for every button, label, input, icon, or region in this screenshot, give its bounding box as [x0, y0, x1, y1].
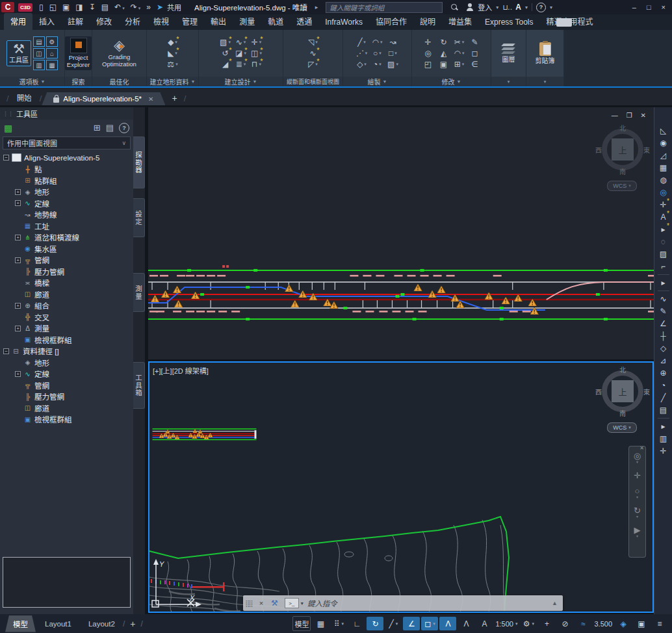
sign-in-label[interactable]: 登入: [478, 2, 492, 12]
draw-tool-icon[interactable]: ⋰: [356, 49, 368, 58]
tree-item[interactable]: ▦ 工址: [0, 220, 133, 232]
tree-expand-box[interactable]: [15, 291, 21, 297]
draw-tool-icon[interactable]: ◠: [372, 38, 383, 47]
new-file-icon[interactable]: ▯: [39, 3, 44, 11]
ribbon-tab[interactable]: 管理: [175, 13, 204, 30]
annotation-monitor-icon[interactable]: +: [538, 617, 555, 630]
isolate-objects-icon[interactable]: ⊘: [556, 617, 573, 630]
angle-information-icon[interactable]: ∠: [654, 317, 672, 329]
viewport-bottom-active[interactable]: [+][上][2D 線架構] 上 北 南 西 東 WCS▾: [148, 361, 654, 613]
tree-item[interactable]: − Align-Superelevation-5: [0, 152, 133, 164]
doc-restore-icon[interactable]: ❐: [627, 112, 632, 119]
tree-expand-box[interactable]: [15, 246, 21, 252]
draw-tool-icon[interactable]: □: [387, 49, 399, 58]
toolspace-header[interactable]: ⋮⋮ 工具區: [0, 107, 133, 120]
palette-mini-icon[interactable]: ▦: [46, 60, 58, 70]
tree-expand-box[interactable]: [15, 359, 21, 365]
tree-expand-box[interactable]: [15, 405, 21, 411]
model-paper-toggle[interactable]: 模型: [292, 616, 311, 631]
ribbon-tab[interactable]: 修改: [90, 13, 118, 30]
toolspace-item-view[interactable]: [3, 557, 131, 608]
draw-tool-icon[interactable]: ╱: [356, 38, 368, 47]
palette-mini-icon[interactable]: ▤: [33, 36, 45, 47]
profile-tools-icon[interactable]: ⌐: [654, 260, 672, 272]
ribbon-tab[interactable]: 分析: [118, 13, 147, 30]
grid-display-icon[interactable]: ▦: [312, 617, 329, 630]
add-selected-icon[interactable]: ✛: [654, 445, 672, 457]
file-tab-start[interactable]: 開始: [9, 90, 40, 105]
tree-expand-box[interactable]: [15, 417, 21, 422]
layer-walk-icon[interactable]: ▥: [654, 432, 672, 445]
steering-wheel-icon[interactable]: ◎: [634, 452, 641, 464]
station-offset-icon[interactable]: ┼: [654, 329, 672, 342]
modify-tool-icon[interactable]: ⊞: [454, 60, 465, 70]
markup-view-icon[interactable]: ◉: [654, 136, 672, 149]
create-design-icon[interactable]: ≣: [235, 60, 247, 70]
zoom-to-icon[interactable]: ◌: [654, 235, 672, 248]
create-design-icon[interactable]: ⊓: [251, 60, 263, 70]
draw-tool-icon[interactable]: ◇: [356, 60, 368, 70]
create-design-icon[interactable]: ◢: [220, 60, 231, 70]
geolocate-icon[interactable]: ◎: [654, 186, 672, 198]
more-commands-icon[interactable]: »: [146, 3, 151, 11]
tree-expand-box[interactable]: [15, 166, 21, 172]
layout-tab[interactable]: Layout1: [37, 617, 79, 631]
palette-grip[interactable]: ⋮⋮: [3, 110, 13, 117]
tree-expand-box[interactable]: +: [15, 235, 21, 240]
share-icon[interactable]: ➤: [157, 3, 163, 11]
tree-item[interactable]: + ∿ 定線: [0, 368, 133, 380]
ribbon-tab[interactable]: 插入: [32, 13, 61, 30]
elevation-value[interactable]: 3.500: [593, 617, 614, 630]
geomap-icon[interactable]: ◍: [654, 174, 672, 186]
command-prompt-icon[interactable]: >_: [285, 598, 299, 608]
save-as-icon[interactable]: ◨: [75, 3, 83, 11]
wcs-button-top[interactable]: WCS▾: [607, 181, 637, 191]
tree-item[interactable]: + ╦ 管網: [0, 255, 133, 266]
tree-expand-box[interactable]: [15, 212, 21, 218]
tree-expand-box[interactable]: +: [15, 200, 21, 206]
graphics-performance-icon[interactable]: ◈: [615, 617, 632, 630]
polyline-edit-icon[interactable]: ✎: [654, 305, 672, 317]
doc-minimize-icon[interactable]: —: [612, 112, 618, 119]
toolspace-vertical-tab[interactable]: 設定: [133, 198, 145, 237]
corridor-select-icon[interactable]: ▸: [654, 276, 672, 289]
ribbon-tab[interactable]: 說明: [413, 13, 442, 30]
share-label[interactable]: 共用: [167, 2, 181, 12]
command-input[interactable]: 鍵入指令: [307, 598, 337, 608]
redo-icon[interactable]: ↷: [131, 3, 141, 11]
tree-item[interactable]: ◉ 集水區: [0, 243, 133, 255]
tree-expand-box[interactable]: [15, 223, 21, 229]
select-tool-icon[interactable]: ▸: [654, 223, 672, 235]
command-history-toggle-icon[interactable]: ▲: [552, 600, 563, 606]
toolspace-button[interactable]: ⚒ 工具區: [6, 40, 31, 66]
file-tab-document[interactable]: Align-Superelevation-5* ✕: [42, 92, 165, 105]
toolspace-vertical-tab[interactable]: 探勘器: [133, 136, 145, 188]
tree-item[interactable]: + ⊕ 組合: [0, 300, 133, 312]
ribbon-tab[interactable]: 常用: [4, 13, 32, 30]
view-selector-dropdown[interactable]: 作用中圖面視圖 ∨: [3, 136, 131, 149]
ribbon-tab[interactable]: 註解: [61, 13, 90, 30]
draw-tool-icon[interactable]: ▨: [387, 60, 399, 70]
item-view-toggle-icon[interactable]: ⊞: [94, 123, 101, 133]
ribbon-tab[interactable]: 增益集: [442, 13, 478, 30]
pan-icon[interactable]: ✛: [634, 471, 641, 480]
palette-mini-icon[interactable]: ⌂: [46, 48, 58, 58]
help-search-input[interactable]: 鍵入關鍵字或詞組: [326, 2, 443, 13]
tree-item[interactable]: ╠ 壓力管網: [0, 391, 133, 403]
tree-item[interactable]: ╋ 點: [0, 164, 133, 175]
command-line-grip[interactable]: ⣿⣿: [243, 600, 255, 607]
pipe-tools-icon[interactable]: ▨: [654, 248, 672, 260]
layers-button[interactable]: 圖層: [499, 42, 519, 65]
ribbon-tab[interactable]: Express Tools: [478, 15, 539, 30]
tree-item[interactable]: ⊞ 點群組: [0, 175, 133, 187]
tree-expand-box[interactable]: +: [15, 371, 21, 377]
select-similar-icon[interactable]: ▸: [654, 420, 672, 432]
undo-icon[interactable]: ↶: [114, 3, 125, 11]
tree-expand-box[interactable]: [15, 314, 21, 320]
minimize-button[interactable]: –: [632, 3, 636, 11]
new-layout-button[interactable]: +: [125, 619, 140, 629]
ribbon-display-toggle[interactable]: [556, 18, 572, 27]
viewport-top[interactable]: — ❐ ✕ 上 北 南 西 東 WCS▾: [148, 107, 654, 359]
measure-icon[interactable]: ◿: [654, 149, 672, 161]
help-caret-icon[interactable]: ▾: [550, 5, 552, 10]
